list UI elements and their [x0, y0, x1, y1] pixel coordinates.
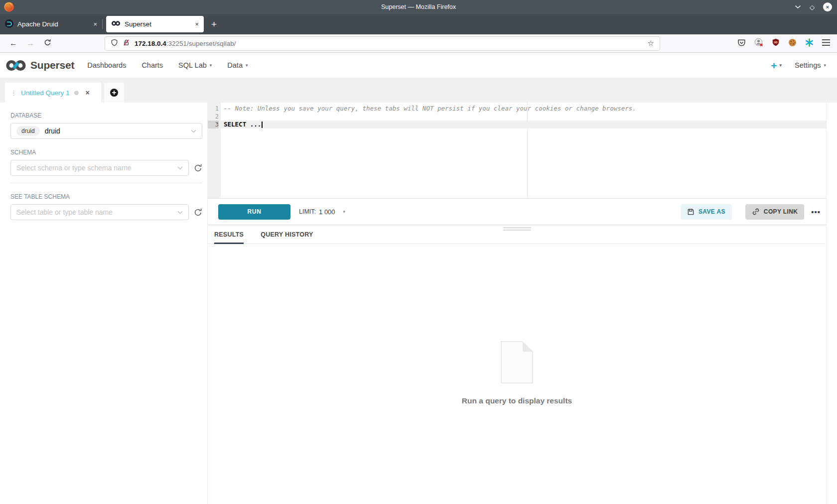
sql-code-editor[interactable]: 1 2 3 -- Note: Unless you save your quer…: [208, 103, 826, 199]
table-placeholder: Select table or type table name: [16, 208, 113, 216]
superset-navbar: Superset Dashboards Charts SQL Lab▾ Data…: [0, 53, 837, 78]
chevron-down-icon: [177, 166, 183, 170]
pocket-icon[interactable]: [737, 38, 746, 49]
pane-divider: [208, 225, 826, 231]
chevron-down-icon: [177, 211, 183, 214]
empty-results-message: Run a query to display results: [462, 396, 572, 405]
reload-icon[interactable]: [39, 39, 56, 48]
tab-menu-icon[interactable]: ⋮: [10, 89, 16, 97]
query-tab-close-icon[interactable]: ×: [86, 89, 90, 97]
more-actions-button[interactable]: •••: [811, 208, 821, 216]
results-panel: Run a query to display results: [208, 244, 826, 504]
bookmark-star-icon[interactable]: ☆: [648, 39, 654, 48]
limit-label: LIMIT:: [299, 208, 316, 215]
profile-blocked-icon[interactable]: [754, 38, 763, 49]
caret-down-icon: ▾: [210, 63, 212, 68]
superset-favicon: [111, 20, 121, 28]
forward-icon: →: [22, 39, 39, 48]
query-tab-title: Untitled Query 1: [21, 89, 70, 97]
editor-gutter: 1 2 3: [208, 103, 221, 198]
svg-text:UO: UO: [774, 41, 778, 44]
splitter-drag-handle[interactable]: [503, 227, 531, 232]
window-minimize-icon[interactable]: [795, 5, 801, 9]
nav-item-data[interactable]: Data▾: [227, 61, 248, 69]
shield-icon[interactable]: [111, 39, 118, 48]
chevron-down-icon: [191, 129, 196, 133]
tab-close-icon[interactable]: ×: [195, 20, 199, 28]
schema-label: SCHEMA: [10, 149, 202, 156]
browser-tab-superset[interactable]: Superset ×: [106, 16, 204, 32]
schema-select[interactable]: Select schema or type schema name: [10, 160, 189, 176]
results-tabbar: RESULTS QUERY HISTORY: [208, 231, 826, 244]
nav-item-sql-lab[interactable]: SQL Lab▾: [178, 61, 212, 69]
new-item-button[interactable]: +▾: [771, 60, 782, 71]
tab-results[interactable]: RESULTS: [214, 231, 244, 244]
browser-tab-label: Apache Druid: [17, 20, 58, 28]
code-line-active: SELECT ...: [221, 121, 826, 128]
database-select[interactable]: druid druid: [10, 123, 202, 139]
tab-separator: [102, 19, 103, 29]
browser-tab-label: Superset: [125, 20, 151, 28]
sql-comment: -- Note: Unless you save your query, the…: [224, 105, 636, 112]
line-number: 1: [208, 105, 219, 113]
firefox-logo-icon: [3, 1, 14, 12]
superset-logo[interactable]: Superset: [5, 59, 74, 72]
ublock-icon[interactable]: UO: [772, 38, 780, 48]
code-line: -- Note: Unless you save your query, the…: [221, 105, 826, 113]
database-type-badge: druid: [16, 126, 40, 136]
table-select[interactable]: Select table or type table name: [10, 204, 189, 220]
empty-document-icon: [501, 341, 533, 383]
caret-down-icon: ▾: [824, 63, 826, 68]
caret-down-icon: ▾: [343, 209, 346, 214]
line-number: 3: [208, 121, 219, 128]
save-as-button[interactable]: SAVE AS: [681, 204, 732, 220]
druid-favicon: [5, 19, 13, 29]
superset-infinity-icon: [5, 59, 27, 72]
url-path: :32251/superset/sqllab/: [166, 40, 236, 47]
hamburger-menu-icon[interactable]: [822, 39, 830, 48]
window-maximize-icon[interactable]: ◇: [810, 3, 815, 11]
sql-editor-pane: 1 2 3 -- Note: Unless you save your quer…: [208, 103, 827, 504]
database-label: DATABASE: [10, 112, 202, 119]
nav-item-dashboards[interactable]: Dashboards: [87, 61, 126, 69]
sql-toolbar: RUN LIMIT: 1 000 ▾ SAVE AS COPY LINK: [208, 199, 826, 225]
new-browser-tab-button[interactable]: +: [204, 14, 224, 34]
query-state-dot: [74, 91, 79, 95]
window-titlebar: Superset — Mozilla Firefox ◇ ×: [0, 0, 837, 14]
run-button[interactable]: RUN: [218, 204, 290, 220]
url-host: 172.18.0.4: [135, 40, 166, 47]
window-title: Superset — Mozilla Firefox: [0, 3, 837, 10]
url-text[interactable]: 172.18.0.4:32251/superset/sqllab/: [135, 40, 236, 47]
browser-tab-apache-druid[interactable]: Apache Druid ×: [0, 14, 102, 34]
refresh-schemas-icon[interactable]: [194, 164, 202, 172]
query-tab-untitled-query-1[interactable]: ⋮ Untitled Query 1 ×: [5, 83, 101, 103]
sidebar-divider: [10, 183, 202, 183]
extension-asterisk-icon[interactable]: [805, 38, 814, 49]
code-line: [221, 113, 826, 121]
insecure-lock-icon[interactable]: [123, 39, 130, 48]
limit-dropdown[interactable]: LIMIT: 1 000 ▾: [299, 208, 345, 216]
tab-query-history[interactable]: QUERY HISTORY: [261, 231, 313, 244]
caret-down-icon: ▾: [780, 63, 782, 68]
back-icon[interactable]: ←: [5, 39, 22, 48]
sqllab-sidebar: DATABASE druid druid SCHEMA Select schem…: [0, 103, 208, 504]
refresh-tables-icon[interactable]: [194, 208, 202, 217]
plus-circle-icon: [110, 88, 119, 97]
table-schema-label: SEE TABLE SCHEMA: [10, 193, 202, 200]
save-icon: [687, 208, 695, 216]
window-close-icon[interactable]: ×: [823, 2, 832, 11]
sql-statement: SELECT ...: [224, 121, 261, 128]
nav-item-charts[interactable]: Charts: [141, 61, 163, 69]
query-tab-strip: ⋮ Untitled Query 1 ×: [0, 78, 837, 103]
add-query-tab-button[interactable]: [104, 83, 124, 103]
tab-close-icon[interactable]: ×: [93, 20, 97, 28]
caret-down-icon: ▾: [246, 63, 248, 68]
link-icon: [752, 208, 760, 216]
browser-tabbar: Apache Druid × Superset × +: [0, 14, 837, 34]
url-bar[interactable]: 172.18.0.4:32251/superset/sqllab/ ☆: [105, 36, 660, 51]
settings-menu[interactable]: Settings▾: [795, 61, 826, 69]
schema-placeholder: Select schema or type schema name: [16, 164, 131, 172]
copy-link-button[interactable]: COPY LINK: [745, 204, 804, 220]
line-number: 2: [208, 113, 219, 121]
cookie-icon[interactable]: [788, 38, 797, 49]
